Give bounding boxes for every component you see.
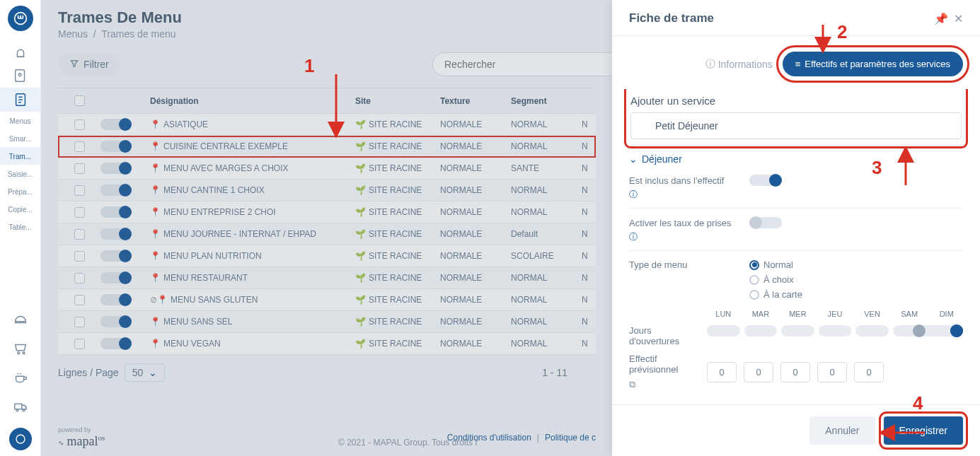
svg-point-3 bbox=[17, 352, 19, 354]
add-service-block: Ajouter un service 🔍 bbox=[629, 89, 963, 144]
coffee-icon[interactable] bbox=[13, 370, 28, 389]
side-panel: Fiche de trame 📌 ✕ ⓘ Informations ≡ Effe… bbox=[612, 0, 980, 456]
days-label: Jours d'ouvertures bbox=[629, 325, 700, 346]
list-icon: ≡ bbox=[795, 59, 801, 69]
svg-rect-5 bbox=[14, 404, 21, 409]
effectif-label: Effectif prévisionnel bbox=[629, 353, 700, 375]
effectif-input-2[interactable] bbox=[780, 362, 810, 382]
rates-label: Activer les taux de prises bbox=[629, 218, 732, 228]
effectif-input-4[interactable] bbox=[854, 362, 884, 382]
day-toggle-ven[interactable] bbox=[855, 325, 889, 337]
tab-effectifs-services[interactable]: ≡ Effectifs et paramètres des services bbox=[783, 52, 963, 76]
cancel-button[interactable]: Annuler bbox=[809, 416, 875, 445]
add-service-label: Ajouter un service bbox=[630, 95, 962, 107]
panel-title: Fiche de trame bbox=[629, 11, 714, 25]
day-toggle-weekend[interactable] bbox=[893, 325, 963, 337]
day-head: DIM bbox=[930, 310, 963, 318]
info-icon: ⓘ bbox=[705, 58, 715, 71]
included-toggle[interactable] bbox=[749, 175, 782, 186]
day-toggle-jeu[interactable] bbox=[819, 325, 852, 337]
close-icon[interactable]: ✕ bbox=[954, 12, 963, 25]
info-icon[interactable]: ⓘ bbox=[629, 232, 638, 242]
svg-rect-1 bbox=[15, 70, 24, 82]
day-toggle-mer[interactable] bbox=[781, 325, 814, 337]
info-icon[interactable]: ⓘ bbox=[629, 189, 638, 199]
document-icon bbox=[13, 92, 28, 107]
day-head: MER bbox=[781, 310, 814, 318]
day-head: JEU bbox=[819, 310, 852, 318]
day-toggle-lun[interactable] bbox=[707, 325, 740, 337]
svg-point-8 bbox=[16, 435, 25, 443]
nav-menus[interactable]: Menus bbox=[0, 112, 41, 129]
tab-informations[interactable]: ⓘ Informations bbox=[705, 58, 773, 71]
effectif-input-1[interactable] bbox=[744, 362, 773, 382]
effectif-input-3[interactable] bbox=[817, 362, 847, 382]
logo-icon bbox=[8, 6, 33, 31]
radio-normal[interactable]: Normal bbox=[749, 259, 802, 270]
cloche-icon[interactable] bbox=[13, 312, 28, 331]
radio-choix[interactable]: À choix bbox=[749, 274, 802, 285]
nav-prepa[interactable]: Prépa... bbox=[0, 182, 41, 200]
svg-point-7 bbox=[23, 409, 25, 411]
day-toggle-mar[interactable] bbox=[744, 325, 778, 337]
nav-saisie[interactable]: Saisie... bbox=[0, 165, 41, 182]
type-label: Type de menu bbox=[629, 259, 749, 270]
day-head: MAR bbox=[744, 310, 778, 318]
save-button[interactable]: Enregistrer bbox=[884, 416, 963, 445]
svg-point-6 bbox=[16, 409, 18, 411]
sidebar: Menus Smar... Tram... Saisie... Prépa...… bbox=[0, 0, 41, 456]
footer-logo-icon bbox=[9, 428, 32, 450]
day-head: SAM bbox=[893, 310, 926, 318]
nav-item-1[interactable] bbox=[0, 40, 41, 64]
cart-icon[interactable] bbox=[13, 341, 28, 360]
heart-page-icon bbox=[13, 68, 28, 83]
radio-carte[interactable]: À la carte bbox=[749, 289, 802, 300]
nav-table[interactable]: Table... bbox=[0, 218, 41, 235]
service-search-input[interactable] bbox=[630, 112, 962, 139]
truck-icon[interactable] bbox=[13, 399, 28, 418]
chevron-down-icon: ⌄ bbox=[629, 153, 638, 165]
included-label: Est inclus dans l'effectif bbox=[629, 175, 724, 186]
nav-item-2[interactable] bbox=[0, 64, 41, 88]
day-head: LUN bbox=[707, 310, 740, 318]
nav-smart[interactable]: Smar... bbox=[0, 129, 41, 147]
pin-icon[interactable]: 📌 bbox=[934, 12, 948, 25]
chef-hat-icon bbox=[13, 44, 28, 59]
nav-trames[interactable]: Tram... bbox=[0, 147, 41, 165]
effectif-input-0[interactable] bbox=[707, 362, 737, 382]
copy-icon[interactable]: ⧉ bbox=[629, 379, 700, 390]
nav-copie[interactable]: Copie... bbox=[0, 200, 41, 218]
svg-point-4 bbox=[23, 352, 25, 354]
nav-item-3[interactable] bbox=[0, 88, 41, 112]
rates-toggle[interactable] bbox=[749, 217, 782, 228]
accordion-dejeuner[interactable]: ⌄ Déjeuner bbox=[629, 153, 963, 165]
day-head: VEN bbox=[855, 310, 889, 318]
